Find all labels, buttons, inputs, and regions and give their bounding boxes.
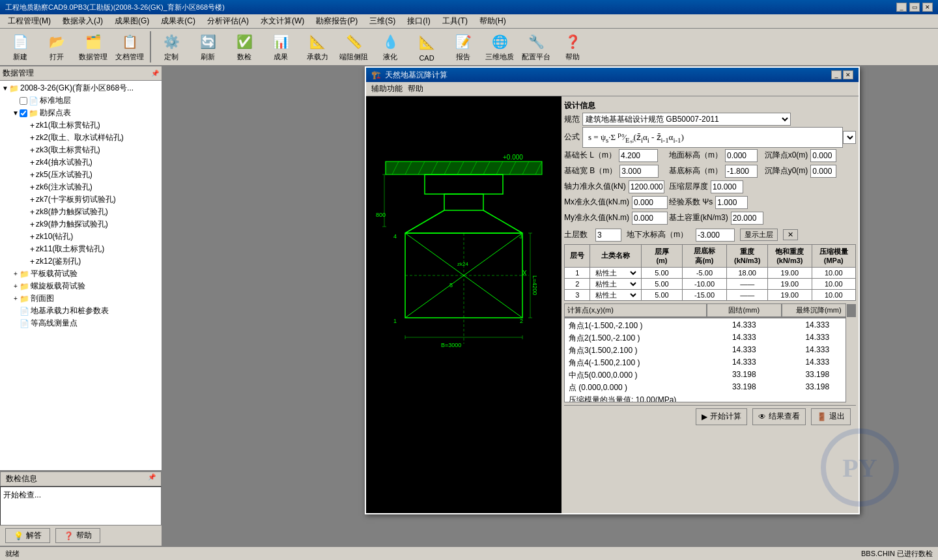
show-layer-btn[interactable]: 显示土层 [740,229,778,241]
results-scrollbar[interactable] [846,303,856,402]
row1-density-input[interactable] [734,269,760,277]
row2-elev-input[interactable] [690,280,719,288]
tree-zk8[interactable]: + zk8(静力触探试验孔) [1,206,160,218]
base-width-input[interactable] [619,165,659,178]
row3-soil-type[interactable]: 粘性土 [590,289,642,300]
soil-weight-input[interactable] [731,212,763,225]
tree-zk11[interactable]: + zk11(取土标贯钻孔) [1,243,160,255]
survey-checkbox[interactable] [20,109,27,117]
water-level-input[interactable] [696,229,735,242]
row1-thick-input[interactable] [649,269,675,277]
tree-bearing[interactable]: 📄 地基承载力和桩参数表 [1,305,160,317]
dialog-menu-aux[interactable]: 辅助功能 [371,83,403,94]
toolbar-btn-result[interactable]: 📊成果 [263,30,298,64]
row2-thick-input[interactable] [649,280,675,288]
tree-item-std-layer[interactable]: 📄 标准地层 [1,94,160,107]
dialog-close[interactable]: ✕ [843,70,853,79]
row3-thick-input[interactable] [649,291,675,299]
tree-item-survey[interactable]: ▼ 📁 勘探点表 [1,107,160,119]
scroll-thumb[interactable] [847,304,856,317]
toolbar-btn-3d-geo[interactable]: 🌐三维地质 [482,30,517,64]
my-perm-input[interactable] [632,212,668,225]
menu-item-三维S[interactable]: 三维(S) [364,14,401,28]
row1-sat-input[interactable] [776,269,803,277]
menu-item-数据录入J[interactable]: 数据录入(J) [57,14,108,28]
toolbar-btn-tip-resistance[interactable]: 📏端阻侧阻 [336,30,371,64]
toolbar-btn-bearing[interactable]: 📐承载力 [300,30,335,64]
toolbar-btn-cad[interactable]: 📐CAD [409,30,444,64]
calc-btn[interactable]: ▶ 开始计算 [696,408,747,425]
view-btn[interactable]: 👁 结果查看 [752,408,806,425]
row1-elev-input[interactable] [690,269,719,277]
row2-sat-input[interactable] [776,280,803,288]
mx-perm-input[interactable] [632,196,668,209]
tree-zk9[interactable]: + zk9(静力触探试验孔) [1,218,160,231]
menu-item-成果图G[interactable]: 成果图(G) [109,14,154,28]
tree-zk10[interactable]: + zk10(钻孔) [1,231,160,243]
sidebar-tree[interactable]: ▼ 📁 2008-3-26(GK)(育新小区868号... 📄 标准地层 ▼ 📁 [0,81,162,470]
toolbar-btn-doc-manage[interactable]: 📋文档管理 [112,30,147,64]
row1-soil-select[interactable]: 粘性土 [593,268,638,277]
menu-item-勘察报告P[interactable]: 勘察报告(P) [311,14,363,28]
tree-zk3[interactable]: + zk3(取土标贯钻孔) [1,144,160,156]
tree-plate-load[interactable]: + 📁 平板载荷试验 [1,268,160,280]
axial-perm-input[interactable] [629,180,664,193]
menu-item-帮助H[interactable]: 帮助(H) [474,14,511,28]
close-button[interactable]: ✕ [922,3,933,12]
toolbar-btn-customize[interactable]: ⚙️定制 [154,30,189,64]
compress-thick-input[interactable] [711,180,743,193]
tree-zk2[interactable]: + zk2(取土、取水试样钻孔) [1,132,160,144]
formula-select[interactable]: ▼ [843,131,856,144]
base-length-input[interactable] [619,149,658,162]
restore-button[interactable]: ▭ [909,3,920,12]
menu-item-水文计算W[interactable]: 水文计算(W) [255,14,309,28]
ground-elev-input[interactable] [725,149,758,162]
toolbar-btn-report[interactable]: 📝报告 [446,30,481,64]
toolbar-btn-new[interactable]: 📄新建 [3,30,38,64]
exit-btn[interactable]: 🚪 退出 [811,408,851,425]
tree-screw-load[interactable]: + 📁 螺旋板载荷试验 [1,280,160,292]
tree-zk1[interactable]: + zk1(取土标贯钻孔) [1,119,160,132]
menu-item-分析评估A[interactable]: 分析评估(A) [202,14,254,28]
toolbar-btn-config[interactable]: 🔧配置平台 [519,30,554,64]
help-btn[interactable]: ❓ 帮助 [55,528,100,543]
toolbar-btn-open[interactable]: 📂打开 [39,30,74,64]
close-layer-btn[interactable]: ✕ [783,229,798,240]
row3-soil-select[interactable]: 粘性土 [593,290,638,300]
tree-zk12[interactable]: + zk12(鉴别孔) [1,255,160,268]
row2-soil-type[interactable]: 粘性土 [590,278,642,289]
settlement-y0-input[interactable] [810,165,836,178]
tree-zk6[interactable]: + zk6(注水试验孔) [1,181,160,193]
row2-compress-input[interactable] [821,280,847,288]
std-layer-checkbox[interactable] [20,97,27,105]
dialog-minimize[interactable]: _ [831,70,842,79]
base-elev-input[interactable] [725,165,758,178]
settlement-x0-input[interactable] [810,149,836,162]
row3-sat-input[interactable] [776,291,803,299]
row2-soil-select[interactable]: 粘性土 [593,279,638,288]
dialog-menu-help[interactable]: 帮助 [408,83,423,94]
spec-select[interactable]: 建筑地基基础设计规范 GB50007-2011 [582,113,791,126]
menu-item-工具T[interactable]: 工具(T) [437,14,473,28]
tree-zk4[interactable]: + zk4(抽水试验孔) [1,156,160,169]
tree-root[interactable]: ▼ 📁 2008-3-26(GK)(育新小区868号... [1,82,160,94]
toolbar-btn-refresh[interactable]: 🔄刷新 [190,30,225,64]
row1-compress-input[interactable] [821,269,847,277]
menu-item-成果表C[interactable]: 成果表(C) [156,14,201,28]
row1-soil-type[interactable]: 粘性土 [590,267,642,278]
answer-btn[interactable]: 💡 解答 [5,528,50,543]
tree-zk5[interactable]: + zk5(压水试验孔) [1,169,160,181]
exp-coeff-input[interactable] [715,196,748,209]
menu-item-工程管理M[interactable]: 工程管理(M) [3,14,56,28]
tree-zk7[interactable]: + zk7(十字板剪切试验孔) [1,193,160,206]
toolbar-btn-check[interactable]: ✅数检 [227,30,262,64]
minimize-button[interactable]: _ [896,3,907,12]
row3-elev-input[interactable] [690,291,719,299]
toolbar-btn-help[interactable]: ❓帮助 [555,30,590,64]
tree-section[interactable]: + 📁 剖面图 [1,292,160,305]
menu-item-接口I[interactable]: 接口(I) [402,14,435,28]
toolbar-btn-data-manage[interactable]: 🗂️数据管理 [76,30,111,64]
layer-count-input[interactable] [595,229,621,242]
tree-contour[interactable]: 📄 等高线测量点 [1,317,160,329]
toolbar-btn-liquefaction[interactable]: 💧液化 [373,30,408,64]
